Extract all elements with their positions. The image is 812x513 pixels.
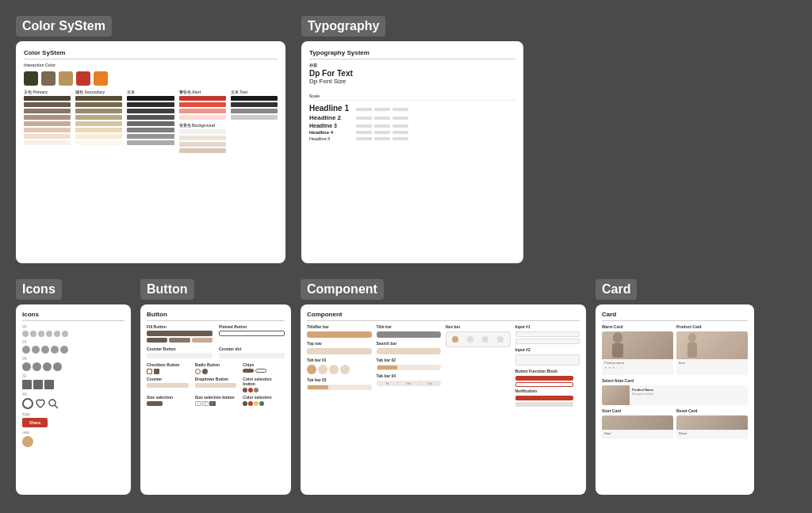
color-sel-col: Color selection button [243,377,285,392]
svg-point-2 [613,332,622,343]
bottom-row: Icons Icons 20 24 [16,279,796,495]
ghost-col: Counter Button [147,346,213,360]
spec-1 [356,108,372,111]
spec-7 [356,124,372,128]
color-sel-items [243,388,285,392]
button-card: Button Fill Button Plaine [140,304,291,495]
icon-dot-14 [43,362,52,371]
star-empty-1: ★ [616,366,619,369]
icons-row-24 [22,346,124,354]
typography-section: Typography Typography System 标题 Dp For T… [301,16,523,263]
input1-field [515,331,580,337]
size-s: S [195,401,201,406]
chip-1 [243,369,254,373]
neutral-label: 文本 [127,90,174,94]
primary-1 [24,96,71,101]
checkbox-radio-row: Checkbox Button Radio Button [147,362,285,374]
comp-col-1: TitleBar bar Top nav Tab bar 01 [307,324,372,408]
spec-6 [393,117,408,120]
title-large: Dp For Text [309,69,515,78]
primary-4 [24,115,71,120]
notif-1 [515,396,573,400]
alert-label: 警告色 Alert [179,90,226,94]
user-label: user [22,430,124,435]
color-system-card-title: Color SyStem [24,49,278,59]
svg-point-0 [49,400,56,406]
neutral-8 [127,140,174,145]
size-l: L [209,401,216,406]
chips-title: Chips [243,362,285,367]
radio-items [195,369,237,374]
chips-items [243,369,285,373]
size-sel-row: Size selection Size selection button S M… [147,395,285,406]
fill-btn-sm-1 [147,338,167,343]
fill-btn-row [147,338,213,343]
checkbox-2 [154,369,159,374]
tab1-2 [318,365,327,374]
spec-12 [393,131,408,134]
spec-3 [393,108,408,111]
scale-label: Scale [309,94,515,98]
col-final-3 [254,401,259,406]
secondary-4 [75,115,122,120]
headline2-label: Headline 2 [309,114,353,121]
icon-heart [35,398,46,409]
top-row: Color SyStem Color SyStem Interaction Co… [16,16,796,263]
secondary-3 [75,109,122,113]
alert-2 [179,102,226,107]
reset-card: Reset [676,415,748,439]
divider [309,100,515,101]
radio-2 [202,369,208,374]
neutral-5 [127,121,174,126]
typography-inner: Typography System 标题 Dp For Text Dp Font… [301,41,523,263]
icon-search [48,398,59,409]
bg-2 [179,136,226,140]
ghost-title: Counter Button [147,346,213,351]
icon-dot-12 [22,362,31,371]
typography-card: Typography System 标题 Dp For Text Dp Font… [301,41,523,263]
nav-3 [482,336,488,343]
checkbox-items [147,369,189,374]
chips-col: Chips [243,362,285,374]
svg-point-4 [688,333,696,343]
component-card: Component TitleBar bar Top nav Tab bar 0… [301,304,586,495]
dropdown-btn [195,383,237,388]
titlebar2-bar [377,331,442,338]
connect-title: Counter dot [219,346,285,351]
size-btns: S M L [195,401,237,406]
btn-func-outline [515,382,573,387]
spec-9 [393,124,408,128]
tab3-inactive [329,385,350,389]
neutral-2 [127,102,174,107]
navbar-bar [446,331,511,347]
star-3: ★ [612,366,615,369]
headline4-label: Headline 4 [309,130,353,135]
button-inner: Button Fill Button Plaine [140,304,291,495]
headline1-row: Headline 1 [309,104,515,113]
input2-field [515,354,580,366]
color-system-inner: Color SyStem Interaction Color [16,41,285,263]
headline2-specs [356,117,408,120]
typography-label: Typography [301,16,385,36]
spec-4 [356,117,372,120]
icons-row-40 [22,398,124,409]
comp-main-grid: TitleBar bar Top nav Tab bar 01 [307,324,580,408]
col-final-1 [243,401,247,406]
swatch-5 [94,71,108,86]
tab1-1 [307,365,316,374]
primary-label: 主色 Primary [24,90,71,94]
fill-title: Fill Button [147,324,213,329]
tab1-4 [340,365,350,374]
warm-card-text: Product name [604,361,671,365]
spec-14 [374,137,390,140]
alert-1 [179,96,226,101]
fill-btn-sm-3 [192,338,213,343]
icon-dot-10 [51,346,59,354]
icon-sq-3 [44,380,54,389]
text-2 [231,102,278,107]
col-final-4 [259,401,264,406]
comp-col-3: Nav bar [446,324,511,408]
color-final-items [243,401,285,406]
icon-circle-1 [22,398,33,409]
ghost-btn-1 [147,353,213,358]
